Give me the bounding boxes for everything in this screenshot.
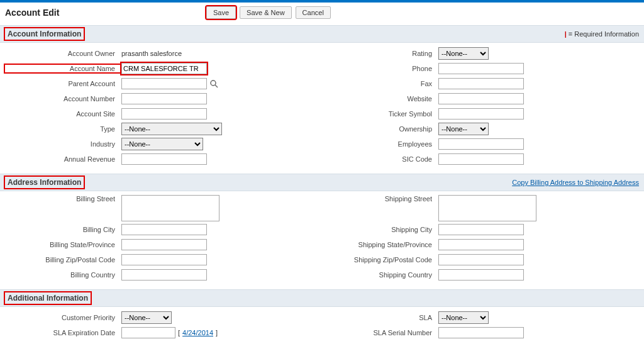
section-body-additional-info: Customer Priority--None-- SLA Expiration… <box>0 307 644 339</box>
shipping-zip-input[interactable] <box>438 254 524 265</box>
rating-label: Rating <box>322 50 438 57</box>
billing-zip-label: Billing Zip/Postal Code <box>5 256 121 264</box>
billing-street-label: Billing Street <box>5 195 121 203</box>
save-new-button[interactable]: Save & New <box>240 6 292 19</box>
ownership-label: Ownership <box>322 125 438 133</box>
sla-expiration-label: SLA Expiration Date <box>5 329 121 336</box>
svg-line-1 <box>215 85 218 87</box>
phone-input[interactable] <box>438 63 524 74</box>
additional-right-col: SLA--None-- SLA Serial Number Upsell Opp… <box>322 311 639 339</box>
date-bracket-close: ] <box>216 329 218 336</box>
type-label: Type <box>5 125 121 133</box>
billing-country-label: Billing Country <box>5 271 121 279</box>
annual-revenue-input[interactable] <box>121 153 207 165</box>
sla-serial-input[interactable] <box>438 327 524 338</box>
page-title: Account Edit <box>5 8 206 18</box>
date-bracket-open: [ <box>178 329 180 336</box>
account-info-left-col: Account Ownerprasanth salesforce Account… <box>5 47 322 167</box>
section-body-account-info: Account Ownerprasanth salesforce Account… <box>0 43 644 174</box>
section-head-account-info: Account Information |= Required Informat… <box>0 25 644 43</box>
save-button[interactable]: Save <box>206 6 236 19</box>
fax-label: Fax <box>322 80 438 87</box>
annual-revenue-label: Annual Revenue <box>5 155 121 163</box>
account-owner-value: prasanth salesforce <box>121 50 182 57</box>
section-title-account-info: Account Information <box>5 28 84 40</box>
industry-select[interactable]: --None-- <box>121 138 203 150</box>
parent-account-label: Parent Account <box>5 80 121 87</box>
section-title-address-info: Address Information <box>5 177 84 188</box>
shipping-street-label: Shipping Street <box>322 195 438 203</box>
account-site-label: Account Site <box>5 110 121 118</box>
phone-label: Phone <box>322 65 438 72</box>
section-body-address-info: Billing Street Billing City Billing Stat… <box>0 191 644 289</box>
ticker-input[interactable] <box>438 108 524 119</box>
type-select[interactable]: --None-- <box>121 123 222 135</box>
account-number-label: Account Number <box>5 95 121 103</box>
account-owner-label: Account Owner <box>5 50 121 57</box>
billing-street-input[interactable] <box>121 195 219 221</box>
fax-input[interactable] <box>438 78 524 89</box>
cancel-button[interactable]: Cancel <box>296 6 331 19</box>
industry-label: Industry <box>5 140 121 148</box>
sla-serial-label: SLA Serial Number <box>322 329 438 336</box>
billing-state-label: Billing State/Province <box>5 241 121 248</box>
date-hint-link[interactable]: 4/24/2014 <box>182 329 213 336</box>
section-head-address-info: Address Information Copy Billing Address… <box>0 174 644 191</box>
sla-select[interactable]: --None-- <box>438 311 489 324</box>
shipping-country-label: Shipping Country <box>322 271 438 279</box>
page-header: Account Edit Save Save & New Cancel <box>0 3 644 25</box>
rating-select[interactable]: --None-- <box>438 47 489 60</box>
section-head-additional-info: Additional Information <box>0 289 644 307</box>
billing-state-input[interactable] <box>121 239 207 250</box>
website-label: Website <box>322 95 438 103</box>
billing-zip-input[interactable] <box>121 254 207 265</box>
sic-input[interactable] <box>438 153 524 165</box>
website-input[interactable] <box>438 93 524 104</box>
required-bar-icon: | <box>565 30 567 38</box>
copy-address-link[interactable]: Copy Billing Address to Shipping Address <box>512 179 639 186</box>
customer-priority-label: Customer Priority <box>5 314 121 321</box>
billing-city-label: Billing City <box>5 226 121 233</box>
ownership-select[interactable]: --None-- <box>438 123 489 135</box>
parent-account-input[interactable] <box>121 78 207 89</box>
employees-label: Employees <box>322 140 438 148</box>
required-info-text: = Required Information <box>569 30 639 38</box>
shipping-city-input[interactable] <box>438 224 524 235</box>
lookup-icon[interactable] <box>209 79 218 88</box>
shipping-state-input[interactable] <box>438 239 524 250</box>
shipping-col: Shipping Street Shipping City Shipping S… <box>322 195 639 283</box>
shipping-street-input[interactable] <box>438 195 536 221</box>
sla-expiration-input[interactable] <box>121 327 175 338</box>
shipping-country-input[interactable] <box>438 269 524 281</box>
sla-label: SLA <box>322 314 438 321</box>
billing-city-input[interactable] <box>121 224 207 235</box>
account-name-input[interactable] <box>121 63 207 74</box>
additional-left-col: Customer Priority--None-- SLA Expiration… <box>5 311 322 339</box>
account-site-input[interactable] <box>121 108 207 119</box>
employees-input[interactable] <box>438 138 524 150</box>
button-row: Save Save & New Cancel <box>206 6 331 19</box>
account-name-label: Account Name <box>5 65 121 72</box>
account-info-right-col: Rating--None-- Phone Fax Website Ticker … <box>322 47 639 167</box>
svg-point-0 <box>211 81 216 86</box>
shipping-state-label: Shipping State/Province <box>322 241 438 248</box>
page-root: Account Edit Save Save & New Cancel Acco… <box>0 0 644 339</box>
shipping-zip-label: Shipping Zip/Postal Code <box>322 256 438 264</box>
customer-priority-select[interactable]: --None-- <box>121 311 172 324</box>
section-title-additional-info: Additional Information <box>5 292 91 304</box>
sic-label: SIC Code <box>322 155 438 163</box>
ticker-label: Ticker Symbol <box>322 110 438 118</box>
billing-country-input[interactable] <box>121 269 207 281</box>
account-number-input[interactable] <box>121 93 207 104</box>
required-info: |= Required Information <box>565 30 639 38</box>
shipping-city-label: Shipping City <box>322 226 438 233</box>
billing-col: Billing Street Billing City Billing Stat… <box>5 195 322 283</box>
